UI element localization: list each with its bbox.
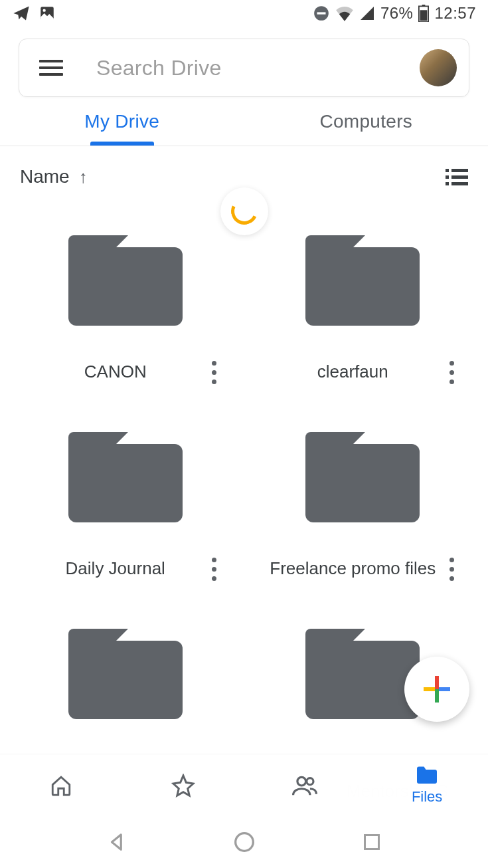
battery-percent: 76% — [380, 4, 414, 23]
folder-item[interactable]: Freelance promo files — [258, 432, 469, 589]
hamburger-menu-icon[interactable] — [39, 60, 63, 76]
tab-computers[interactable]: Computers — [244, 97, 489, 146]
folder-item[interactable]: Daily Journal — [20, 432, 231, 589]
cellular-icon — [359, 5, 375, 21]
more-options-icon[interactable] — [442, 361, 461, 384]
android-system-nav — [0, 816, 488, 868]
more-options-icon[interactable] — [442, 558, 461, 581]
folder-icon — [305, 235, 420, 326]
svg-rect-6 — [420, 10, 428, 21]
folder-icon — [415, 766, 439, 786]
clock-time: 12:57 — [434, 4, 476, 23]
svg-point-1 — [43, 9, 46, 12]
folder-name: clearfaun — [264, 361, 442, 383]
folder-icon — [68, 235, 183, 326]
drive-tabs: My Drive Computers — [0, 97, 488, 146]
nav-starred[interactable] — [122, 774, 244, 798]
search-bar[interactable]: Search Drive — [19, 39, 469, 97]
star-icon — [171, 774, 195, 798]
back-icon[interactable] — [107, 832, 127, 852]
folder-icon — [68, 629, 183, 719]
arrow-up-icon: ↑ — [79, 167, 88, 187]
folder-item[interactable]: clearfaun — [258, 235, 469, 392]
folder-icon — [305, 432, 420, 522]
image-icon — [39, 5, 56, 22]
folder-name: CANON — [27, 361, 204, 383]
loading-spinner — [220, 187, 268, 235]
plus-icon — [424, 676, 450, 703]
folder-grid: CANON clearfaun Daily Journal Freelance … — [0, 195, 488, 746]
svg-rect-10 — [365, 835, 379, 849]
home-circle-icon[interactable] — [234, 831, 255, 853]
android-status-bar: 76% 12:57 — [0, 0, 488, 27]
folder-icon — [305, 629, 420, 719]
dnd-icon — [313, 5, 330, 22]
search-input[interactable]: Search Drive — [96, 56, 420, 80]
svg-rect-3 — [317, 12, 325, 14]
nav-home[interactable] — [0, 774, 122, 797]
wifi-icon — [335, 5, 354, 21]
create-new-fab[interactable] — [404, 657, 469, 722]
account-avatar[interactable] — [420, 49, 457, 86]
svg-point-9 — [236, 833, 254, 851]
folder-icon — [68, 432, 183, 522]
recents-icon[interactable] — [363, 833, 381, 851]
more-options-icon[interactable] — [204, 361, 224, 384]
people-icon — [292, 774, 317, 797]
nav-files-label: Files — [412, 788, 442, 806]
tab-my-drive[interactable]: My Drive — [0, 97, 244, 146]
telegram-icon — [12, 4, 31, 23]
folder-name: Daily Journal — [27, 558, 204, 580]
battery-icon — [418, 5, 429, 22]
sort-label: Name — [20, 166, 70, 187]
folder-item[interactable] — [20, 629, 231, 746]
folder-name: Freelance promo files — [264, 558, 442, 580]
nav-shared[interactable] — [244, 774, 366, 797]
folder-item[interactable]: CANON — [20, 235, 231, 392]
bottom-navigation: Files — [0, 754, 488, 816]
home-icon — [50, 774, 72, 797]
svg-point-8 — [307, 778, 313, 784]
sort-control[interactable]: Name ↑ — [20, 166, 88, 187]
svg-point-7 — [297, 777, 306, 786]
more-options-icon[interactable] — [204, 558, 224, 581]
nav-files[interactable]: Files — [366, 766, 488, 806]
view-toggle-list-icon[interactable] — [446, 169, 468, 185]
